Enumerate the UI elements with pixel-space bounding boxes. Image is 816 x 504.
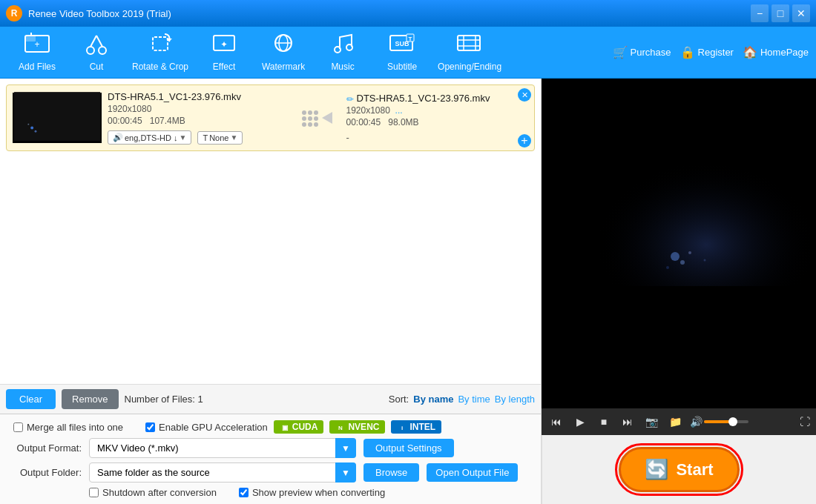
audio-dropdown-arrow: ▼: [180, 133, 187, 142]
subtitle-label: Subtitle: [387, 62, 417, 72]
play-pause-button[interactable]: ▶: [571, 413, 589, 431]
sort-by-name[interactable]: By name: [413, 394, 453, 405]
purchase-icon: 🛒: [613, 45, 628, 59]
open-output-button[interactable]: Open Output File: [427, 463, 518, 482]
gpu-checkbox-label[interactable]: Enable GPU Acceleration: [145, 422, 268, 433]
output-duration-size: 00:00:45 98.0MB: [346, 117, 529, 127]
toolbar-item-music[interactable]: Music: [313, 29, 372, 76]
close-button[interactable]: ✕: [792, 4, 810, 22]
titlebar: R Renee Video Toolbox 2019 (Trial) − □ ✕: [0, 0, 816, 27]
titlebar-left: R Renee Video Toolbox 2019 (Trial): [6, 5, 171, 21]
svg-point-48: [671, 252, 680, 261]
nvenc-chip[interactable]: N NVENC: [329, 420, 385, 434]
clear-button[interactable]: Clear: [6, 389, 56, 409]
output-folder-select[interactable]: Same folder as the source: [89, 462, 356, 483]
toolbar-item-add-files[interactable]: + Add Files: [7, 29, 67, 76]
toolbar-item-effect[interactable]: ✦ Effect: [194, 29, 254, 76]
output-format-dropdown-arrow[interactable]: ▼: [335, 438, 356, 458]
left-panel: DTS-HRA5.1_VC1-23.976.mkv 1920x1080 00:0…: [0, 79, 542, 504]
sort-by-length[interactable]: By length: [495, 394, 535, 405]
toolbar-item-rotate-crop[interactable]: Rotate & Crop: [126, 29, 194, 76]
file-count: Number of Files: 1: [125, 394, 203, 405]
browse-button[interactable]: Browse: [363, 463, 419, 482]
audio-selector-icon: 🔊: [113, 133, 123, 142]
homepage-icon: 🏠: [743, 45, 757, 59]
homepage-link[interactable]: 🏠 HomePage: [743, 45, 809, 59]
main-area: DTS-HRA5.1_VC1-23.976.mkv 1920x1080 00:0…: [0, 79, 816, 504]
output-edit-icon: ✏: [346, 94, 354, 105]
intel-chip[interactable]: i INTEL: [391, 420, 441, 434]
conversion-arrow: [296, 107, 340, 129]
music-label: Music: [331, 62, 354, 72]
svg-text:T: T: [409, 36, 412, 42]
purchase-link[interactable]: 🛒 Purchase: [613, 45, 671, 59]
start-button[interactable]: 🔄 Start: [619, 447, 739, 492]
homepage-label: HomePage: [760, 47, 809, 58]
opening-ending-icon: [456, 33, 483, 59]
add-files-label: Add Files: [19, 62, 56, 72]
music-icon: [331, 33, 355, 59]
source-file-info: DTS-HRA5.1_VC1-23.976.mkv 1920x1080 00:0…: [108, 91, 290, 145]
gpu-label: Enable GPU Acceleration: [159, 422, 268, 433]
toolbar-item-opening-ending[interactable]: Opening/Ending: [432, 29, 507, 76]
start-panel: 🔄 Start: [542, 435, 816, 504]
video-controls: ⏮ ▶ ■ ⏭ 📷 📁 🔊 ⛶: [542, 408, 816, 435]
maximize-button[interactable]: □: [771, 4, 789, 22]
cuda-chip[interactable]: ▣ CUDA: [274, 420, 324, 434]
svg-point-31: [308, 110, 312, 115]
sort-by-time[interactable]: By time: [458, 394, 490, 405]
add-files-icon: +: [24, 33, 50, 59]
source-size: 107.4MB: [150, 116, 185, 126]
subtitle-dropdown-arrow: ▼: [230, 133, 237, 142]
output-folder-select-wrap: Same folder as the source ▼: [89, 462, 356, 483]
minimize-button[interactable]: −: [751, 4, 769, 22]
bottom-controls: Clear Remove Number of Files: 1 Sort: By…: [0, 384, 541, 414]
file-close-button[interactable]: ✕: [518, 88, 531, 102]
subtitle-selector-icon: T: [203, 133, 208, 142]
shutdown-checkbox-label[interactable]: Shutdown after conversion: [89, 487, 217, 498]
show-preview-checkbox[interactable]: [239, 488, 249, 497]
merge-checkbox-label[interactable]: Merge all files into one: [13, 422, 123, 433]
svg-text:i: i: [401, 425, 403, 431]
output-folder-dropdown-arrow[interactable]: ▼: [335, 462, 356, 483]
toolbar-item-subtitle[interactable]: SUB T Subtitle: [372, 29, 432, 76]
file-thumbnail: [13, 93, 102, 143]
svg-rect-8: [153, 37, 168, 50]
register-link[interactable]: 🔒 Register: [680, 45, 734, 59]
snapshot-button[interactable]: 📷: [642, 413, 660, 431]
folder-button[interactable]: 📁: [666, 413, 684, 431]
expand-button[interactable]: ⛶: [800, 416, 810, 428]
show-preview-checkbox-label[interactable]: Show preview when converting: [239, 487, 385, 498]
svg-line-7: [96, 36, 102, 47]
output-settings-dots[interactable]: ...: [395, 105, 403, 116]
remove-button[interactable]: Remove: [62, 389, 118, 409]
stop-button[interactable]: ■: [595, 413, 613, 431]
svg-text:+: +: [34, 39, 39, 50]
register-icon: 🔒: [680, 45, 695, 59]
sort-area: Sort: By name By time By length: [389, 394, 535, 405]
skip-back-button[interactable]: ⏮: [547, 413, 565, 431]
subtitle-selector[interactable]: T None ▼: [197, 131, 243, 145]
skip-forward-button[interactable]: ⏭: [619, 413, 636, 431]
shutdown-checkbox[interactable]: [89, 488, 99, 497]
output-format-select[interactable]: MKV Video (*.mkv): [89, 438, 356, 458]
audio-selector[interactable]: 🔊 eng,DTS-HD ↓ ▼: [108, 130, 191, 145]
volume-thumb[interactable]: [728, 417, 737, 426]
output-filename: DTS-HRA5.1_VC1-23.976.mkv: [357, 93, 490, 104]
gpu-checkbox[interactable]: [145, 422, 155, 432]
output-settings-button[interactable]: Output Settings: [363, 439, 454, 457]
file-add-button[interactable]: +: [518, 134, 531, 147]
volume-bar[interactable]: [704, 420, 748, 423]
cut-label: Cut: [90, 62, 104, 72]
toolbar-item-watermark[interactable]: Watermark: [254, 29, 313, 76]
right-panel: ⏮ ▶ ■ ⏭ 📷 📁 🔊 ⛶ 🔄 Start: [542, 79, 816, 504]
svg-point-15: [335, 47, 340, 53]
svg-rect-21: [458, 36, 480, 50]
output-folder-row: Output Folder: Same folder as the source…: [7, 462, 533, 483]
svg-point-49: [680, 260, 685, 265]
merge-checkbox[interactable]: [13, 422, 23, 432]
file-list-area: DTS-HRA5.1_VC1-23.976.mkv 1920x1080 00:0…: [0, 79, 541, 384]
output-format-row: Output Format: MKV Video (*.mkv) ▼ Outpu…: [7, 438, 533, 458]
toolbar-item-cut[interactable]: Cut: [67, 29, 126, 76]
register-label: Register: [698, 47, 734, 58]
